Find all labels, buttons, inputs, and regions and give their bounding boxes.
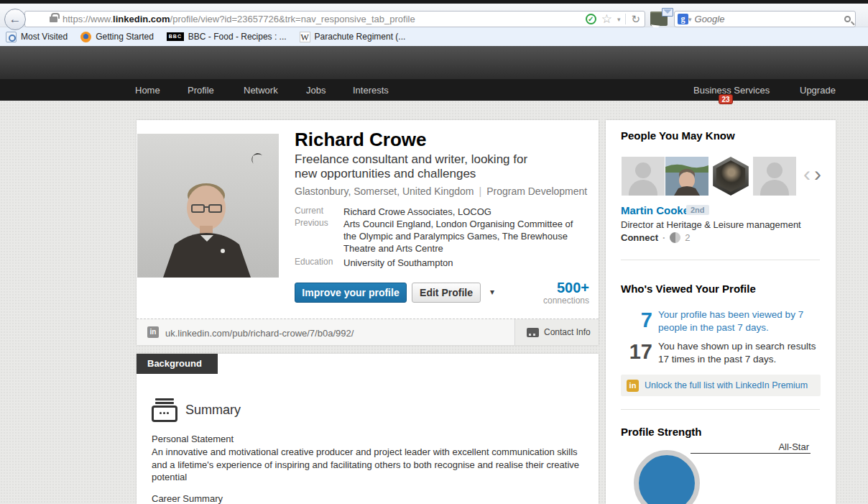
- pymk-photo-person[interactable]: [665, 157, 708, 196]
- pymk-photo-hexagon[interactable]: [709, 157, 752, 196]
- strength-gauge-circle: [634, 450, 700, 504]
- fact-label: Education: [295, 257, 339, 267]
- connections-label: connections: [517, 295, 589, 306]
- wvyp-views-row[interactable]: 7 Your profile has been viewed by 7 peop…: [621, 308, 822, 334]
- fact-education: Education University of Southampton: [295, 257, 581, 269]
- tab-background[interactable]: Background: [137, 354, 218, 374]
- reload-icon[interactable]: ↻: [625, 14, 640, 24]
- summary-title: Summary: [185, 403, 241, 418]
- fact-value[interactable]: Richard Crowe Associates, LOCOG: [343, 206, 581, 218]
- carousel-next-icon[interactable]: ›: [814, 162, 821, 186]
- edit-profile-dropdown-icon[interactable]: ▾: [490, 287, 494, 297]
- public-profile-strip: in uk.linkedin.com/pub/richard-crowe/7/b…: [137, 319, 599, 345]
- shared-connections-count[interactable]: 2: [685, 232, 690, 243]
- url-text[interactable]: https://www.linkedin.com/profile/view?id…: [63, 14, 586, 24]
- browser-toolbar: ← https://www.linkedin.com/profile/view?…: [0, 4, 868, 27]
- nav-interests[interactable]: Interests: [353, 85, 389, 96]
- strength-level-label: All-Star: [777, 441, 811, 454]
- pymk-photo-row: [622, 157, 796, 196]
- degree-badge: 2nd: [686, 205, 709, 215]
- bookmark-parachute-regiment[interactable]: W Parachute Regiment (...: [300, 32, 406, 42]
- divider: [621, 260, 820, 260]
- premium-upsell-banner[interactable]: in Unlock the full list with LinkedIn Pr…: [621, 375, 821, 396]
- profile-location[interactable]: Glastonbury, Somerset, United Kingdom: [295, 185, 474, 197]
- pymk-person-headline: Director at Heritage & Leisure managemen…: [621, 219, 801, 230]
- screen: ← https://www.linkedin.com/profile/view?…: [0, 0, 868, 504]
- nav-network[interactable]: Network: [244, 85, 278, 96]
- mail-extension-icon[interactable]: [650, 8, 673, 28]
- profile-strength-title: Profile Strength: [621, 426, 702, 438]
- linkedin-nav: Home Profile Network Jobs Interests Busi…: [0, 79, 868, 101]
- linkedin-mini-icon: in: [147, 326, 159, 338]
- profile-location-row: Glastonbury, Somerset, United Kingdom|Pr…: [295, 185, 587, 197]
- fact-current: Current Richard Crowe Associates, LOCOG: [295, 206, 581, 218]
- bookmark-star-icon[interactable]: ☆: [601, 14, 612, 25]
- pymk-title: People You May Know: [621, 129, 735, 142]
- views-count: 7: [621, 308, 652, 332]
- views-text[interactable]: Your profile has been viewed by 7 people…: [658, 308, 822, 334]
- url-dropdown-icon[interactable]: ▾: [617, 16, 621, 23]
- lock-icon: [50, 17, 57, 22]
- bookmarks-bar: Most Visited Getting Started BBC BBC - F…: [0, 27, 868, 46]
- browser-search-box[interactable]: g ▾: [674, 11, 856, 27]
- fact-previous: Previous Arts Council England, London Or…: [295, 218, 581, 255]
- contact-info-label: Contact Info: [544, 327, 591, 337]
- carousel-prev-icon[interactable]: ‹: [803, 162, 811, 186]
- pymk-photo-silhouette[interactable]: [622, 157, 665, 196]
- icon-dots: [160, 412, 162, 414]
- page-background: Richard Crowe Freelance consultant and w…: [0, 101, 868, 504]
- profile-photo[interactable]: [137, 134, 279, 278]
- browser-search-input[interactable]: [695, 14, 844, 24]
- messages-badge: 23: [719, 94, 733, 104]
- search-appearances-count: 17: [621, 340, 652, 364]
- fact-value[interactable]: University of Southampton: [343, 257, 581, 269]
- premium-upsell-text[interactable]: Unlock the full list with LinkedIn Premi…: [645, 380, 808, 390]
- separator: ·: [662, 232, 665, 243]
- profile-name: Richard Crowe: [295, 129, 427, 151]
- fact-label: Current: [295, 206, 339, 216]
- envelope-icon: [662, 8, 673, 17]
- profile-headline: Freelance consultant and writer, looking…: [295, 152, 539, 181]
- site-check-icon[interactable]: ✓: [586, 14, 596, 24]
- google-favicon[interactable]: g: [678, 14, 688, 24]
- linkedin-header: in ® ▾ Advanced 23 ⚑ +: [0, 46, 868, 79]
- contact-card-icon: [527, 328, 539, 337]
- profile-industry[interactable]: Program Development: [486, 185, 587, 197]
- profile-top-card: Richard Crowe Freelance consultant and w…: [137, 120, 599, 345]
- search-engine-dropdown-icon[interactable]: ▾: [688, 16, 692, 23]
- search-icon[interactable]: [844, 16, 851, 22]
- bookmark-label: Getting Started: [96, 32, 154, 42]
- back-button[interactable]: ←: [4, 9, 26, 30]
- fact-label: Previous: [295, 218, 339, 228]
- personal-statement-text: An innovative and motivational creative …: [152, 446, 591, 484]
- bookmark-bbc[interactable]: BBC BBC - Food - Recipes : ...: [167, 32, 287, 42]
- nav-jobs[interactable]: Jobs: [306, 85, 326, 96]
- wvyp-title: Who's Viewed Your Profile: [621, 283, 756, 295]
- public-profile-url[interactable]: uk.linkedin.com/pub/richard-crowe/7/b0a/…: [165, 328, 354, 339]
- pymk-person-name[interactable]: Martin Cooke: [621, 204, 689, 216]
- search-appearances-text: You have shown up in search results 17 t…: [658, 340, 822, 366]
- bookmark-most-visited[interactable]: Most Visited: [6, 32, 68, 42]
- fact-value[interactable]: Arts Council England, London Organising …: [343, 218, 581, 255]
- improve-profile-button[interactable]: Improve your profile: [295, 283, 407, 303]
- bookmark-label: Most Visited: [21, 32, 68, 42]
- bookmark-getting-started[interactable]: Getting Started: [80, 32, 154, 42]
- wvyp-search-row[interactable]: 17 You have shown up in search results 1…: [621, 340, 822, 366]
- pymk-actions: Connect · 2: [621, 232, 691, 243]
- edit-profile-button[interactable]: Edit Profile: [412, 283, 481, 303]
- background-card: Background Summary Personal Statement An…: [137, 354, 599, 504]
- connect-link[interactable]: Connect: [621, 232, 658, 243]
- firefox-icon: [80, 32, 91, 42]
- summary-archive-icon: [152, 398, 177, 422]
- linkedin-premium-icon: in: [627, 380, 639, 392]
- url-bar[interactable]: https://www.linkedin.com/profile/view?id…: [24, 11, 645, 27]
- nav-profile[interactable]: Profile: [188, 85, 214, 96]
- separator: |: [479, 185, 482, 197]
- nav-upgrade[interactable]: Upgrade: [800, 85, 836, 96]
- bookmark-label: Parachute Regiment (...: [315, 32, 406, 42]
- connections-count[interactable]: 500+: [517, 280, 589, 296]
- meter-line: [691, 441, 777, 454]
- contact-info-button[interactable]: Contact Info: [514, 319, 599, 345]
- nav-home[interactable]: Home: [135, 85, 160, 96]
- pymk-photo-silhouette[interactable]: [753, 157, 796, 196]
